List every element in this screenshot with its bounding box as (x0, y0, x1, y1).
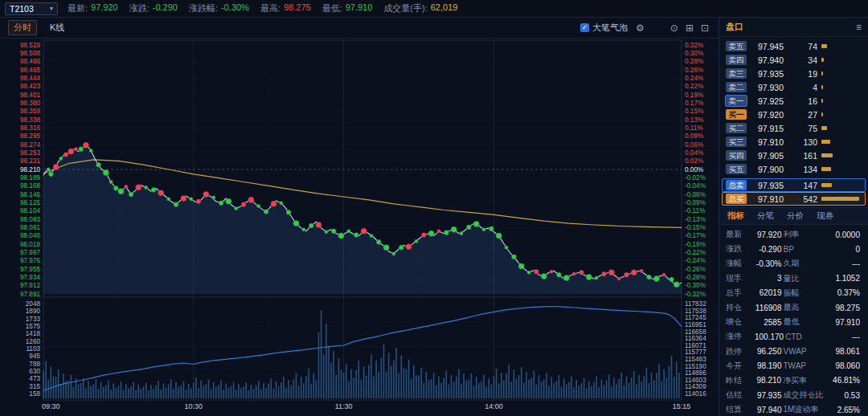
level-badge: 卖二 (726, 82, 747, 92)
indicator-label: 跌停 (726, 346, 755, 357)
stat-value: 97.920 (91, 2, 118, 14)
level-badge: 卖三 (726, 68, 747, 79)
svg-text:15:15: 15:15 (673, 402, 691, 410)
fullscreen-icon[interactable]: ⊡ (701, 22, 709, 34)
float-window-icon[interactable]: ⊞ (686, 22, 694, 34)
svg-text:98.125: 98.125 (20, 199, 40, 206)
svg-text:-0.19%: -0.19% (685, 241, 706, 248)
svg-text:0.32%: 0.32% (685, 42, 703, 49)
svg-text:97.976: 97.976 (20, 257, 40, 264)
level-price: 97.900 (747, 165, 784, 174)
svg-text:0.06%: 0.06% (685, 141, 703, 149)
indicator-value: 98.210 (755, 376, 783, 385)
level-volume: 27 (784, 110, 821, 120)
tab-intraday[interactable]: 分时 (8, 20, 37, 35)
level-volume: 34 (784, 55, 821, 65)
indicator-value: --- (833, 259, 862, 268)
stat-label: 涨跌幅: (189, 2, 218, 14)
tab-price-dist[interactable]: 分价 (787, 210, 804, 222)
level-volume: 130 (784, 137, 821, 147)
svg-text:98.529: 98.529 (20, 42, 40, 49)
intraday-chart[interactable]: 98.52998.50898.48698.46598.44498.42398.4… (0, 39, 719, 416)
indicator-value: 0.0000 (833, 230, 862, 239)
tab-kline[interactable]: K线 (45, 21, 69, 35)
svg-text:-0.32%: -0.32% (685, 291, 706, 298)
volume-bar (821, 126, 862, 130)
volume-bar (821, 44, 862, 48)
tab-tick-trades[interactable]: 分笔 (757, 210, 774, 222)
level-volume: 4 (784, 83, 821, 92)
stat-value: 97.910 (346, 2, 373, 14)
right-panel: 盘口 ≡ 卖五97.94574卖四97.94034卖三97.93519卖二97.… (719, 18, 868, 416)
svg-text:0.15%: 0.15% (685, 108, 703, 115)
svg-text:0.24%: 0.24% (685, 75, 703, 82)
svg-text:-0.30%: -0.30% (685, 282, 706, 289)
svg-text:-0.09%: -0.09% (685, 199, 706, 206)
indicator-stats: 最新97.920利率0.0000涨跌-0.290BP0涨幅-0.30%久期---… (719, 225, 868, 416)
orderbook-row-bid[interactable]: 买三97.910130 (722, 135, 866, 149)
level-badge: 总买 (726, 194, 747, 204)
volume-bar (821, 153, 862, 157)
orderbook-row-ask[interactable]: 卖四97.94034 (722, 53, 866, 67)
orderbook-row-total-ask[interactable]: 总卖97.935147 (722, 178, 866, 192)
orderbook-row-bid[interactable]: 买二97.91575 (722, 121, 866, 135)
svg-text:630: 630 (29, 368, 40, 375)
screenshot-icon[interactable]: ⊙ (670, 22, 678, 34)
orderbook-row-bid[interactable]: 买五97.900134 (722, 162, 866, 176)
orderbook-row-ask[interactable]: 卖五97.94574 (722, 39, 866, 53)
level-badge: 卖一 (726, 96, 747, 106)
orderbook-row-ask[interactable]: 卖三97.93519 (722, 67, 866, 80)
bubble-toggle-label: 大笔气泡 (592, 22, 628, 34)
svg-text:0.26%: 0.26% (685, 67, 703, 74)
svg-text:98.231: 98.231 (20, 157, 40, 165)
gear-icon[interactable]: ⚙ (636, 22, 645, 34)
svg-text:97.934: 97.934 (20, 274, 40, 281)
panel-layout-icon[interactable]: ≡ (856, 22, 862, 33)
indicator-label: 持仓 (726, 302, 755, 313)
indicator-value: 96.250 (755, 347, 784, 356)
orderbook-header: 盘口 ≡ (719, 18, 868, 37)
svg-text:0.22%: 0.22% (685, 83, 703, 90)
svg-text:98.274: 98.274 (20, 141, 40, 149)
indicator-row: 总手62019振幅0.37% (726, 286, 862, 300)
indicator-label: 涨幅 (726, 258, 755, 269)
symbol-select[interactable]: T2103 ▾ (5, 2, 58, 15)
indicator-value: 100.170 (755, 332, 785, 341)
indicator-row: 最新97.920利率0.0000 (726, 227, 862, 242)
stat-label: 涨跌: (129, 2, 149, 14)
indicator-row: 涨幅-0.30%久期--- (726, 256, 862, 271)
svg-text:98.465: 98.465 (20, 67, 40, 74)
orderbook-row-ask[interactable]: 卖二97.9304 (722, 80, 866, 94)
indicator-value: 98.275 (833, 304, 862, 312)
level-badge: 买三 (726, 137, 747, 147)
orderbook-row-total-bid[interactable]: 总买97.910542 (722, 192, 866, 206)
indicator-value: 2.65% (833, 406, 862, 414)
svg-text:0.11%: 0.11% (685, 124, 703, 132)
tab-cash-bond[interactable]: 现券 (817, 210, 833, 222)
tab-indicators[interactable]: 指标 (727, 210, 744, 222)
level-badge: 买五 (726, 164, 747, 174)
indicator-value: 0.37% (833, 288, 862, 297)
indicator-label: 昨结 (726, 375, 755, 386)
indicator-row: 增仓2585最低97.910 (726, 315, 862, 329)
svg-text:-0.24%: -0.24% (685, 257, 706, 264)
topbar-stat-2: 涨跌幅:-0.30% (189, 2, 249, 14)
indicator-label: 今开 (726, 361, 755, 372)
volume-bar (821, 183, 862, 187)
indicator-value: 98.061 (833, 347, 862, 356)
stat-value: -0.30% (221, 2, 249, 14)
stat-label: 最新: (68, 2, 88, 14)
svg-text:0.19%: 0.19% (685, 92, 703, 99)
svg-text:473: 473 (29, 375, 40, 382)
svg-text:98.508: 98.508 (20, 50, 40, 57)
orderbook-row-bid[interactable]: 买四97.905161 (722, 149, 866, 162)
svg-text:11:30: 11:30 (335, 402, 353, 410)
indicator-label: 最低 (784, 316, 833, 328)
svg-text:2048: 2048 (26, 300, 41, 308)
big-order-bubble-toggle[interactable]: ✓ 大笔气泡 (580, 22, 628, 34)
indicator-row: 涨跌-0.290BP0 (726, 242, 862, 256)
indicator-label: 涨跌 (726, 243, 755, 255)
orderbook-row-bid1[interactable]: 买一97.92027 (722, 108, 866, 121)
level-price: 97.940 (747, 55, 784, 65)
orderbook-row-ask1[interactable]: 卖一97.92516 (722, 94, 866, 108)
